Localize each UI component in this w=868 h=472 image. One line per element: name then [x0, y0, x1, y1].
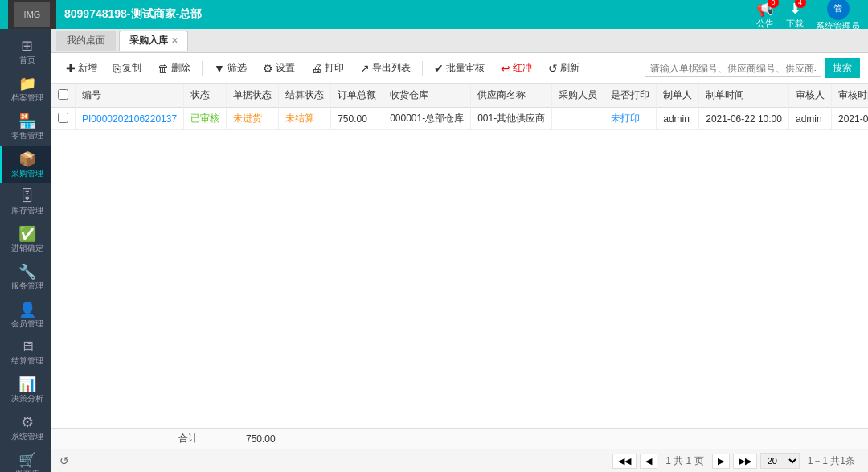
- cell-warehouse: 000001-总部仓库: [383, 108, 471, 130]
- member-icon: 👤: [18, 301, 36, 318]
- top-header: IMG 8099748198-测试商家-总部 📢 0 公告 ⬇ 4 下载 管 系…: [0, 0, 868, 29]
- red-flush-icon: ↩: [501, 62, 510, 75]
- settings-button[interactable]: ⚙ 设置: [256, 59, 301, 77]
- refresh-toolbar-label: 刷新: [560, 61, 579, 75]
- order-no-link[interactable]: PI000020210622013​7: [82, 113, 177, 125]
- sidebar-item-archive[interactable]: 📁 档案管理: [0, 70, 51, 108]
- status-badge: 已审核: [190, 113, 219, 124]
- cell-review-time: 2021-06-22 10:00: [831, 108, 868, 130]
- search-button[interactable]: 搜索: [825, 58, 860, 78]
- print-icon: 🖨: [311, 62, 322, 75]
- refresh-bottom-button[interactable]: ↺: [59, 454, 69, 467]
- export-button[interactable]: ↗ 导出列表: [354, 59, 417, 77]
- page-info: 1 共 1 页: [665, 454, 703, 468]
- tab-close-icon[interactable]: ✕: [171, 36, 178, 45]
- notice-badge: 0: [768, 0, 779, 8]
- sidebar-item-analysis[interactable]: 📊 决策分析: [0, 371, 51, 408]
- refresh-toolbar-icon: ↺: [548, 62, 558, 75]
- notice-label: 公告: [756, 18, 774, 30]
- col-settle-status: 结算状态: [279, 84, 331, 108]
- table-row: PI000020210622013​7 已审核 未进货 未结算 750.00 0…: [51, 108, 868, 130]
- next-page-button[interactable]: ▶: [712, 454, 730, 469]
- sidebar-item-retail[interactable]: 🏪 零售管理: [0, 108, 51, 146]
- print-label: 打印: [325, 61, 344, 75]
- delete-button[interactable]: 🗑 删除: [151, 59, 197, 77]
- table-area: 编号 状态 单据状态 结算状态 订单总额 收货仓库 供应商名称 采购人员 是否打…: [51, 84, 868, 428]
- sidebar-item-shop[interactable]: 🛒 微商店: [0, 446, 51, 472]
- user-label: 系统管理员: [816, 20, 860, 32]
- delete-icon: 🗑: [158, 62, 169, 75]
- col-printed: 是否打印: [604, 84, 657, 108]
- sidebar-label-system: 系统管理: [11, 432, 43, 441]
- cell-supplier: 001-其他供应商: [471, 108, 552, 130]
- col-order-no: 编号: [76, 84, 184, 108]
- sidebar-label-settlement: 结算管理: [11, 356, 43, 366]
- archive-icon: 📁: [18, 75, 36, 92]
- purchase-icon: 📦: [18, 150, 36, 168]
- cell-settle-status: 未结算: [279, 108, 331, 130]
- table-header-row: 编号 状态 单据状态 结算状态 订单总额 收货仓库 供应商名称 采购人员 是否打…: [51, 84, 868, 108]
- col-reviewer: 审核人: [788, 84, 831, 108]
- filter-icon: ▼: [214, 62, 225, 75]
- col-doc-status: 单据状态: [227, 84, 279, 108]
- sidebar-item-home[interactable]: ⊞ 首页: [0, 32, 51, 70]
- retail-icon: 🏪: [18, 113, 36, 130]
- add-button[interactable]: ✚ 新增: [59, 59, 104, 77]
- last-page-button[interactable]: ▶▶: [733, 454, 757, 469]
- confirm-icon: ✅: [18, 225, 36, 243]
- download-badge: 4: [795, 0, 806, 8]
- notice-button[interactable]: 📢 0 公告: [756, 0, 774, 30]
- sidebar: ⊞ 首页 📁 档案管理 🏪 零售管理 📦 采购管理 🗄 库存管理 ✅ 进销确定 …: [0, 29, 51, 472]
- sidebar-label-retail: 零售管理: [11, 131, 43, 141]
- first-page-button[interactable]: ◀◀: [612, 454, 637, 469]
- user-menu[interactable]: 管 系统管理员: [816, 0, 860, 32]
- col-warehouse: 收货仓库: [383, 84, 471, 108]
- export-icon: ↗: [360, 62, 370, 75]
- select-all-checkbox[interactable]: [58, 89, 68, 100]
- sidebar-label-inventory: 库存管理: [11, 206, 43, 215]
- search-area: 搜索: [645, 58, 860, 78]
- tab-desktop-label: 我的桌面: [67, 34, 105, 47]
- total-info: 1－1 共1条: [808, 454, 855, 468]
- settings-label: 设置: [276, 61, 295, 75]
- tab-desktop[interactable]: 我的桌面: [56, 31, 116, 51]
- filter-label: 筛选: [227, 61, 247, 75]
- download-label: 下载: [786, 18, 804, 30]
- red-flush-button[interactable]: ↩ 红冲: [494, 59, 538, 77]
- download-button[interactable]: ⬇ 4 下载: [786, 0, 804, 30]
- cell-total: 750.00: [331, 108, 383, 130]
- cell-order-no: PI000020210622013​7: [76, 108, 184, 130]
- copy-icon: ⎘: [113, 62, 120, 75]
- copy-button[interactable]: ⎘ 复制: [107, 59, 148, 77]
- batch-review-icon: ✔: [434, 62, 444, 75]
- sidebar-item-purchase[interactable]: 📦 采购管理: [0, 146, 51, 183]
- company-name: 8099748198-测试商家-总部: [64, 7, 756, 22]
- prev-page-button[interactable]: ◀: [640, 454, 657, 469]
- sidebar-item-confirm[interactable]: ✅ 进销确定: [0, 220, 51, 258]
- pagination-bar: ↺ ◀◀ ◀ 1 共 1 页 ▶ ▶▶ 20 50 100 1－1 共1条: [51, 449, 868, 472]
- filter-button[interactable]: ▼ 筛选: [207, 59, 253, 77]
- print-button[interactable]: 🖨 打印: [305, 59, 350, 77]
- sidebar-item-inventory[interactable]: 🗄 库存管理: [0, 183, 51, 220]
- refresh-toolbar-button[interactable]: ↺ 刷新: [542, 59, 586, 77]
- sidebar-item-service[interactable]: 🔧 服务管理: [0, 258, 51, 296]
- tab-purchase-in[interactable]: 采购入库 ✕: [119, 31, 188, 51]
- sidebar-item-settlement[interactable]: 🖥 结算管理: [0, 334, 51, 371]
- doc-status-badge: 未进货: [233, 113, 262, 124]
- batch-review-button[interactable]: ✔ 批量审核: [428, 59, 491, 77]
- cell-purchaser: [552, 108, 604, 130]
- page-size-select[interactable]: 20 50 100: [760, 453, 800, 469]
- shop-icon: 🛒: [18, 451, 36, 469]
- col-purchaser: 采购人员: [552, 84, 604, 108]
- search-input[interactable]: [645, 60, 821, 77]
- sidebar-item-system[interactable]: ⚙ 系统管理: [0, 408, 51, 446]
- col-total: 订单总额: [331, 84, 383, 108]
- toolbar: ✚ 新增 ⎘ 复制 🗑 删除 ▼ 筛选 ⚙ 设置 🖨 打印: [51, 53, 868, 84]
- export-label: 导出列表: [372, 61, 411, 75]
- service-icon: 🔧: [18, 263, 36, 281]
- sidebar-item-member[interactable]: 👤 会员管理: [0, 296, 51, 334]
- add-icon: ✚: [66, 62, 76, 75]
- sidebar-label-analysis: 决策分析: [11, 394, 43, 404]
- cell-printed: 未打印: [604, 108, 657, 130]
- row-checkbox[interactable]: [58, 113, 68, 123]
